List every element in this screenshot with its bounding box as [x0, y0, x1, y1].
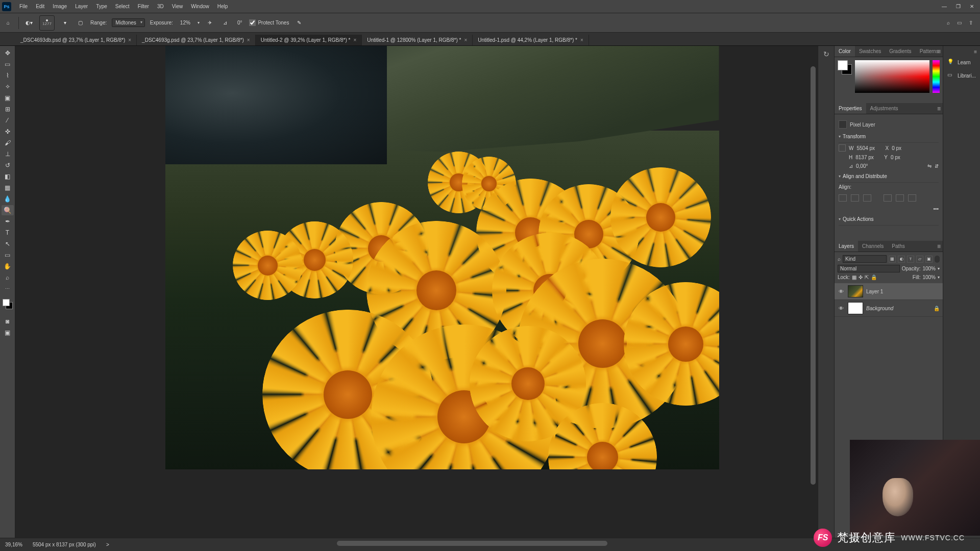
tab-properties[interactable]: Properties	[835, 103, 866, 114]
history-brush-tool[interactable]: ↺	[2, 160, 14, 170]
transform-section[interactable]: Transform	[839, 131, 939, 143]
brush-preset[interactable]: 1277	[39, 15, 55, 31]
zoom-tool[interactable]: ⌕	[2, 272, 14, 283]
width-input[interactable]	[856, 145, 882, 151]
filter-pixel-icon[interactable]: ▦	[889, 256, 896, 263]
wand-tool[interactable]: ✧	[2, 82, 14, 92]
type-tool[interactable]: T	[2, 228, 14, 238]
document-tab[interactable]: _DSC4693g.psd @ 23,7% (Layer 1, RGB/8*)×	[137, 35, 256, 45]
blend-mode[interactable]: Normal	[838, 265, 900, 272]
healing-tool[interactable]: ✜	[2, 127, 14, 137]
x-input[interactable]	[892, 145, 917, 151]
filter-toggle[interactable]	[935, 256, 940, 263]
menu-3d[interactable]: 3D	[153, 2, 168, 11]
panel-menu-icon[interactable]: ≡	[937, 105, 941, 112]
path-tool[interactable]: ↖	[2, 239, 14, 249]
menu-window[interactable]: Window	[187, 2, 213, 11]
document-canvas[interactable]	[165, 46, 719, 469]
angle-icon[interactable]: ⊿	[220, 18, 230, 28]
tab-color[interactable]: Color	[835, 46, 855, 57]
lock-position-icon[interactable]: ✜	[859, 274, 863, 280]
angle-value[interactable]: 0°	[235, 20, 244, 26]
align-top[interactable]	[884, 194, 892, 202]
range-dropdown[interactable]: Midtones	[112, 18, 145, 27]
close-tab-icon[interactable]: ×	[247, 37, 250, 43]
layer-row[interactable]: 👁Layer 1	[835, 283, 943, 300]
menu-image[interactable]: Image	[48, 2, 71, 11]
panel-menu-icon[interactable]: ≡	[937, 243, 941, 250]
flip-v-icon[interactable]: ⇵	[935, 163, 939, 169]
tab-swatches[interactable]: Swatches	[855, 46, 885, 57]
maximize-button[interactable]: ❐	[956, 4, 961, 9]
workspace-icon[interactable]: ▭	[957, 20, 962, 26]
layer-thumbnail[interactable]	[848, 302, 863, 314]
document-tab[interactable]: Untitled-1 @ 12800% (Layer 1, RGB/8*) *×	[362, 35, 473, 45]
pressure-icon[interactable]: ✎	[294, 18, 304, 28]
quick-actions-section[interactable]: Quick Actions	[839, 213, 939, 226]
share-icon[interactable]: ⇪	[969, 20, 973, 26]
status-arrow[interactable]: >	[106, 542, 109, 547]
align-bottom[interactable]	[908, 194, 916, 202]
menu-help[interactable]: Help	[213, 2, 232, 11]
stamp-tool[interactable]: ⊥	[2, 149, 14, 159]
zoom-level[interactable]: 39,16%	[5, 542, 22, 547]
layer-name[interactable]: Layer 1	[866, 289, 883, 294]
menu-select[interactable]: Select	[111, 2, 134, 11]
layer-thumbnail[interactable]	[848, 285, 863, 297]
canvas-area[interactable]	[15, 46, 818, 538]
menu-layer[interactable]: Layer	[71, 2, 92, 11]
tab-adjustments[interactable]: Adjustments	[866, 103, 902, 114]
marquee-tool[interactable]: ▭	[2, 59, 14, 69]
visibility-icon[interactable]: 👁	[838, 305, 845, 312]
filter-type[interactable]: Kind	[843, 255, 887, 263]
quickmask-tool[interactable]: ◙	[2, 316, 14, 327]
menu-view[interactable]: View	[168, 2, 187, 11]
color-picker[interactable]	[855, 60, 929, 93]
fg-bg-swatch[interactable]	[838, 60, 852, 74]
color-swatch[interactable]	[3, 299, 13, 309]
opacity-value[interactable]: 100%	[922, 266, 936, 271]
minimize-button[interactable]: —	[942, 4, 947, 9]
airbrush-icon[interactable]: ✈	[205, 18, 215, 28]
brush-panel-icon[interactable]: ▢	[75, 18, 85, 28]
tab-paths[interactable]: Paths	[888, 241, 909, 252]
close-tab-icon[interactable]: ×	[353, 37, 356, 43]
filter-smart-icon[interactable]: ▣	[925, 256, 933, 263]
screenmode-tool[interactable]: ▣	[2, 328, 14, 338]
history-icon[interactable]: ↻	[821, 49, 831, 59]
angle-input[interactable]	[856, 163, 881, 169]
tool-preset-icon[interactable]: ◐▾	[24, 18, 34, 28]
height-input[interactable]	[855, 155, 881, 160]
crop-tool[interactable]: ▣	[2, 93, 14, 103]
horizontal-scrollbar[interactable]	[337, 541, 607, 546]
layer-name[interactable]: Background	[866, 306, 893, 311]
hand-tool[interactable]: ✋	[2, 261, 14, 271]
y-input[interactable]	[891, 155, 916, 160]
tab-layers[interactable]: Layers	[835, 241, 858, 252]
lock-pixels-icon[interactable]: ▦	[852, 274, 856, 280]
filter-shape-icon[interactable]: ▱	[916, 256, 923, 263]
home-icon[interactable]: ⌂	[3, 18, 13, 28]
lock-artboard-icon[interactable]: ⇱	[865, 274, 869, 280]
document-tab[interactable]: Untitled-2 @ 39,2% (Layer 1, RGB/8*) *×	[256, 35, 362, 45]
hue-slider[interactable]	[933, 60, 940, 93]
layer-row[interactable]: 👁Background🔒	[835, 300, 943, 317]
expand-icon[interactable]: ≡	[943, 48, 980, 56]
close-tab-icon[interactable]: ×	[464, 37, 467, 43]
menu-type[interactable]: Type	[92, 2, 111, 11]
filter-type-icon[interactable]: T	[907, 256, 914, 263]
lasso-tool[interactable]: ⌇	[2, 70, 14, 81]
edit-toolbar[interactable]: ⋯	[2, 284, 14, 294]
exposure-value[interactable]: 12%	[178, 20, 192, 26]
learn-button[interactable]: 💡Learn	[943, 56, 980, 69]
visibility-icon[interactable]: 👁	[838, 288, 845, 295]
menu-filter[interactable]: Filter	[134, 2, 153, 11]
document-tab[interactable]: _DSC4693db.psd @ 23,7% (Layer 1, RGB/8*)…	[15, 35, 137, 45]
align-section[interactable]: Align and Distribute	[839, 170, 939, 183]
libraries-button[interactable]: ▭Librari...	[943, 69, 980, 82]
eyedropper-tool[interactable]: ⁄	[2, 115, 14, 126]
shape-tool[interactable]: ▭	[2, 250, 14, 260]
pen-tool[interactable]: ✒	[2, 216, 14, 227]
gradient-tool[interactable]: ▦	[2, 183, 14, 193]
align-vcenter[interactable]	[896, 194, 904, 202]
